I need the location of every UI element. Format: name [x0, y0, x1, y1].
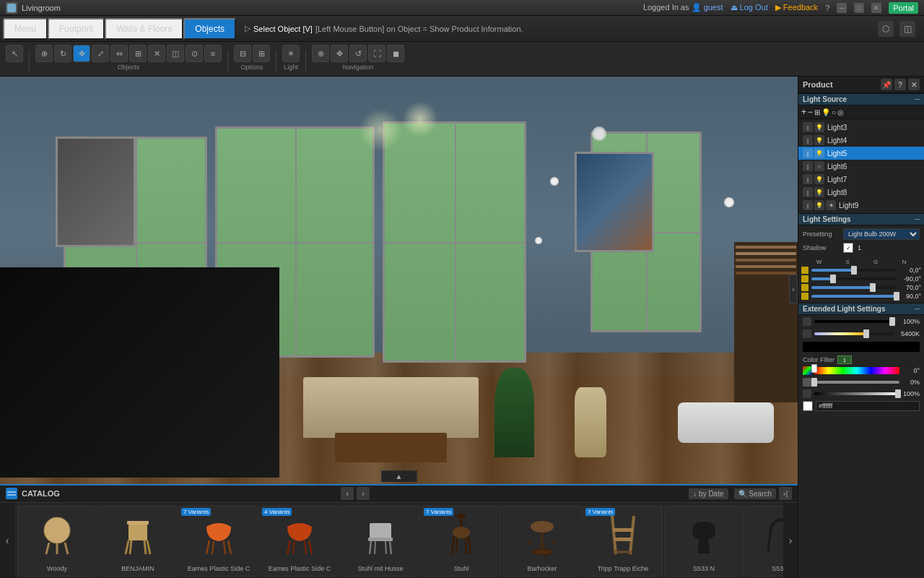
ls-light3-icon[interactable]: ◎ [837, 108, 844, 116]
close-btn[interactable]: ✕ [871, 3, 881, 13]
catalog-close-btn[interactable]: ›| [779, 487, 792, 500]
svg-line-16 [212, 541, 214, 554]
catalog-item-eames-2[interactable]: 4 Variants Eames Plastic Side C [260, 506, 339, 577]
li-toggle-9[interactable]: | [803, 200, 813, 210]
light-source-collapse[interactable]: ─ [915, 95, 920, 103]
scale-tool[interactable]: ⤢ [92, 45, 109, 62]
objects-button[interactable]: Objects [183, 18, 236, 40]
catalog-item-s533nf[interactable]: S533 NF [745, 506, 783, 577]
panel-help-icon[interactable]: ? [894, 79, 906, 90]
nav-pan[interactable]: ✥ [331, 45, 348, 62]
catalog-icon [6, 488, 17, 499]
window-title: Livingroom [22, 4, 643, 12]
ls-remove-icon[interactable]: − [808, 107, 813, 117]
li-toggle-4[interactable]: | [803, 135, 813, 145]
catalog-item-stuhl-husse[interactable]: Stuhl mit Husse [341, 506, 420, 577]
bright-track[interactable] [814, 392, 899, 395]
light-item-light6[interactable]: | ○ Light6 [798, 160, 924, 173]
walls-floors-button[interactable]: Walls & Floors [105, 18, 183, 40]
info-tool[interactable]: ⊙ [186, 45, 203, 62]
mirror-tool[interactable]: ⇔ [110, 45, 128, 62]
catalog-item-barhocker[interactable]: Barhocker [502, 506, 582, 577]
align-tool[interactable]: ≡ [204, 45, 222, 62]
catalog-search-btn[interactable]: 🔍 Search [734, 488, 776, 499]
footprint-button[interactable]: Footprint [48, 18, 105, 40]
light-item-light4[interactable]: | 💡 Light4 [798, 134, 924, 147]
delete-tool[interactable]: ✕ [148, 45, 165, 62]
light-item-light7[interactable]: | 💡 Light7 [798, 173, 924, 186]
portal-btn[interactable]: Portal [889, 2, 918, 14]
li-toggle-6[interactable]: | [803, 161, 813, 171]
color-black-bar[interactable] [803, 342, 920, 352]
nav-screenshot[interactable]: ◼ [387, 45, 404, 62]
menu-button[interactable]: Menu [3, 18, 48, 40]
catalog-item-s533n[interactable]: S533 N [664, 506, 744, 577]
catalog-next-btn[interactable]: › [783, 503, 798, 578]
sat-track[interactable] [814, 381, 899, 384]
slider-n-track[interactable] [811, 295, 897, 298]
light-settings-collapse[interactable]: ─ [915, 215, 920, 223]
share-icon[interactable]: ⬡ [878, 21, 894, 37]
catalog-item-benjamin[interactable]: BENJAMIN [98, 506, 178, 577]
maximize-btn[interactable]: □ [854, 3, 864, 13]
ls-add-icon[interactable]: + [801, 107, 806, 117]
rotate-tool[interactable]: ↻ [54, 45, 71, 62]
catalog-prev-small[interactable]: ‹ [341, 487, 354, 500]
li-toggle-5[interactable]: | [803, 148, 813, 158]
temperature-track[interactable] [814, 332, 894, 335]
help-icon[interactable]: ? [825, 4, 829, 12]
li-toggle-7[interactable]: | [803, 174, 813, 184]
li-toggle-3[interactable]: | [803, 122, 813, 132]
catalog-next-small[interactable]: › [357, 487, 370, 500]
shadow-checkbox[interactable]: ✓ [843, 243, 853, 253]
catalog-expand-btn[interactable]: ▲ [381, 470, 417, 482]
ls-copy-icon[interactable]: ⊞ [814, 108, 820, 116]
variants-badge-eames1: 7 Variants [181, 508, 211, 516]
catalog-prev-btn[interactable]: ‹ [0, 503, 14, 578]
panel-pin-icon[interactable]: 📌 [881, 79, 892, 90]
view-icon[interactable]: ◫ [899, 21, 915, 37]
slider-g-track[interactable] [811, 286, 897, 289]
logout-link[interactable]: ⏏ Log Out [731, 3, 768, 12]
color-filter-label: Color Filter [803, 356, 834, 363]
panel-close-icon[interactable]: ✕ [908, 79, 920, 90]
select-tool[interactable]: ⊕ [35, 45, 53, 62]
light-item-light9[interactable]: | 💡 ☀ Light9 [798, 199, 924, 212]
panel-toggle-btn[interactable]: › [789, 275, 798, 303]
ls-light1-icon[interactable]: 💡 [821, 108, 830, 116]
light-item-light5[interactable]: | 💡 Light5 [798, 147, 924, 160]
hex-input[interactable]: #ffffff [816, 401, 920, 411]
intensity-track[interactable] [814, 320, 894, 323]
slider-w-track[interactable] [811, 269, 897, 272]
extended-settings-collapse[interactable]: ─ [915, 305, 920, 313]
intensity-icon [803, 317, 811, 326]
light-item-light3[interactable]: | 💡 Light3 [798, 121, 924, 134]
option1-tool[interactable]: ⊟ [234, 45, 251, 62]
svg-rect-23 [368, 538, 393, 541]
nav-orbit[interactable]: ⊕ [312, 45, 329, 62]
catalog-sort-btn[interactable]: ↓ by Date [689, 488, 728, 499]
li-toggle-8[interactable]: | [803, 187, 813, 197]
hex-swatch[interactable] [803, 401, 813, 411]
minimize-btn[interactable]: ─ [837, 3, 847, 13]
ls-light2-icon[interactable]: ○ [832, 108, 836, 116]
viewport[interactable]: ▲ CATALOG ‹ › ↓ by Date 🔍 Search ›| [0, 77, 798, 578]
catalog-item-stuhl[interactable]: 7 Variants St [422, 506, 501, 577]
option2-tool[interactable]: ⊞ [253, 45, 270, 62]
catalog-item-eames-1[interactable]: 7 Variants Eames Plastic Side C [179, 506, 258, 577]
hue-track[interactable] [814, 367, 899, 374]
move-tool[interactable]: ✥ [73, 45, 90, 62]
catalog-item-tripp[interactable]: 7 Variants Tripp Trapp Eiche [583, 506, 663, 577]
group-tool[interactable]: ◫ [167, 45, 184, 62]
light-item-light8[interactable]: | 💡 Light8 [798, 186, 924, 199]
catalog-item-woody[interactable]: Woody [17, 506, 97, 577]
slider-s-track[interactable] [811, 277, 897, 280]
copy-tool[interactable]: ⊞ [129, 45, 147, 62]
light-tool[interactable]: ☀ [282, 45, 300, 62]
presetting-row: Presetting Light Bulb 200W [803, 228, 920, 240]
feedback-link[interactable]: ▶ Feedback [775, 3, 818, 12]
cursor-tool[interactable]: ↖ [6, 45, 23, 62]
nav-zoom-reset[interactable]: ↺ [349, 45, 367, 62]
presetting-select[interactable]: Light Bulb 200W [843, 228, 920, 240]
nav-fullscreen[interactable]: ⛶ [368, 45, 385, 62]
